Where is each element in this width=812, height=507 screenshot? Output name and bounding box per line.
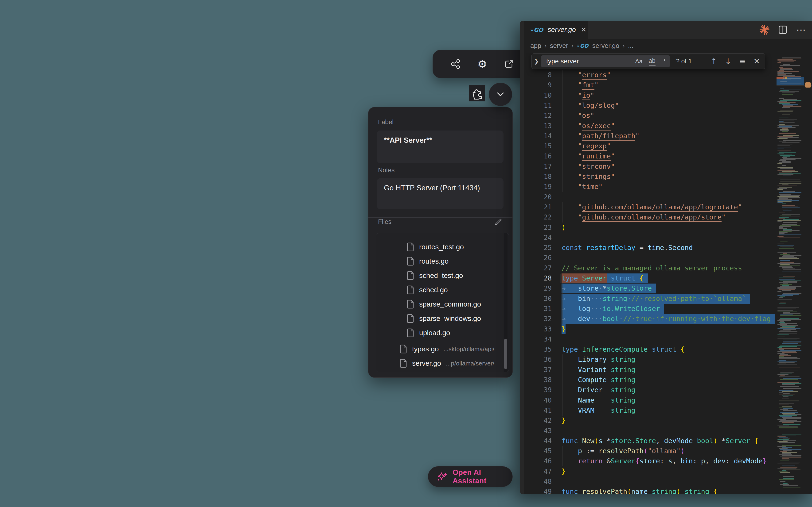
node-details-panel: Label **API Server** Notes Go HTTP Serve…	[368, 107, 513, 378]
open-external-button[interactable]	[503, 58, 515, 70]
file-item-upload-go[interactable]: upload.go	[406, 326, 450, 340]
minimap-line	[777, 419, 786, 420]
file-item-routes_test-go[interactable]: routes_test.go	[406, 240, 464, 254]
code-area[interactable]: ❯ type server Aa ab .* ? of 1 ↑ ↓ ≡ ✕	[524, 53, 812, 494]
code-line[interactable]: 9 "fmt"	[524, 80, 776, 91]
code-line[interactable]: 24	[524, 233, 776, 243]
code-line[interactable]: 37 Variant string	[524, 365, 776, 375]
code-line[interactable]: 38 Compute string	[524, 375, 776, 385]
find-in-selection-button[interactable]: ≡	[739, 57, 746, 66]
code-line[interactable]: 16 "runtime"	[524, 151, 776, 162]
line-number: 35	[524, 344, 552, 354]
ai-extension-button[interactable]	[759, 24, 770, 36]
edit-files-button[interactable]	[494, 218, 503, 226]
find-expand-chevron-icon[interactable]: ❯	[532, 58, 541, 64]
minimap-line	[780, 323, 797, 324]
files-scrollbar[interactable]	[504, 233, 507, 372]
code-line[interactable]: 25const restartDelay = time.Second	[524, 243, 776, 253]
label-field[interactable]: **API Server**	[377, 130, 504, 163]
code-line[interactable]: 28type Server struct {	[524, 273, 776, 284]
tab-server-go[interactable]: GO server.go ✕	[524, 21, 588, 39]
code-line[interactable]: 32→ dev···bool·//·true·if·running·with·t…	[524, 314, 776, 324]
code-line[interactable]: 36 Library string	[524, 354, 776, 365]
code-line[interactable]: 27// Server is a managed ollama server p…	[524, 263, 776, 274]
code-line[interactable]: 35type InferenceCompute struct {	[524, 344, 776, 355]
minimap-line	[780, 129, 789, 130]
svg-text:GO: GO	[534, 26, 544, 33]
code-line[interactable]: 41 VRAM string	[524, 405, 776, 416]
breadcrumb[interactable]: app›server›GOserver.go›...	[524, 39, 812, 53]
code-line[interactable]: 46 return &Server{store: s, bin: p, dev:…	[524, 456, 776, 466]
whole-word-toggle[interactable]: ab	[649, 57, 656, 65]
find-input[interactable]: type server Aa ab .*	[541, 55, 670, 67]
code-line[interactable]: 21 "github.com/ollama/ollama/app/logrota…	[524, 202, 776, 213]
breadcrumb-item[interactable]: server	[550, 42, 568, 50]
find-previous-button[interactable]: ↑	[711, 57, 717, 66]
code-line[interactable]: 48	[524, 476, 776, 487]
code-line[interactable]: 40 Name string	[524, 395, 776, 406]
code-line[interactable]: 31→ log···io.WriteCloser	[524, 304, 776, 314]
minimap[interactable]	[776, 53, 804, 494]
code-line[interactable]: 26	[524, 253, 776, 263]
label-field-header: Label	[378, 119, 394, 126]
find-close-button[interactable]: ✕	[754, 57, 760, 66]
extension-chip[interactable]	[469, 85, 485, 101]
minimap-line	[779, 234, 801, 235]
code-line[interactable]: 10 "io"	[524, 91, 776, 101]
code-content[interactable]: 8 "errors"9 "fmt"10 "io"11 "log/slog"12 …	[524, 53, 776, 494]
file-item-routes-go[interactable]: routes.go	[406, 254, 449, 268]
notes-field[interactable]: Go HTTP Server (Port 11434)	[377, 178, 504, 209]
code-line[interactable]: 13 "os/exec"	[524, 121, 776, 131]
minimap-line	[777, 398, 788, 398]
files-scrollbar-thumb[interactable]	[504, 339, 507, 369]
code-line[interactable]: 39 Driver string	[524, 385, 776, 395]
regex-toggle[interactable]: .*	[662, 58, 666, 65]
split-editor-button[interactable]	[777, 24, 789, 36]
code-line[interactable]: 14 "path/filepath"	[524, 131, 776, 141]
code-line[interactable]: 15 "regexp"	[524, 141, 776, 151]
code-line[interactable]: 43	[524, 426, 776, 436]
breadcrumb-item[interactable]: server.go	[592, 42, 619, 50]
file-item-sparse_windows-go[interactable]: sparse_windows.go	[406, 312, 481, 326]
code-line[interactable]: 49func resolvePath(name string) string {	[524, 487, 776, 494]
settings-button[interactable]: ⚙	[476, 58, 488, 70]
file-item-sched_test-go[interactable]: sched_test.go	[406, 269, 463, 283]
more-actions-button[interactable]: ⋯	[796, 24, 807, 36]
minimap-line	[777, 178, 788, 178]
minimap-line	[777, 73, 792, 74]
code-line[interactable]: 33}	[524, 324, 776, 334]
code-line[interactable]: 44func New(s *store.Store, devMode bool)…	[524, 436, 776, 446]
collapse-panel-button[interactable]	[489, 82, 512, 106]
minimap-line	[777, 299, 792, 300]
code-line[interactable]: 12 "os"	[524, 111, 776, 121]
breadcrumb-item[interactable]: app	[530, 42, 541, 50]
code-line[interactable]: 23)	[524, 223, 776, 233]
file-item-server-go[interactable]: server.go...p/ollama/server/	[399, 356, 494, 371]
minimap-line	[780, 68, 792, 69]
code-line[interactable]: 11 "log/slog"	[524, 101, 776, 111]
breadcrumb-item[interactable]: ...	[628, 42, 633, 50]
code-line[interactable]: 42}	[524, 415, 776, 426]
overview-ruler[interactable]	[804, 53, 812, 494]
code-line[interactable]: 29→ store·*store.Store	[524, 283, 776, 294]
code-line[interactable]: 19 "time"	[524, 182, 776, 192]
file-item-sparse_common-go[interactable]: sparse_common.go	[406, 297, 481, 311]
match-case-toggle[interactable]: Aa	[635, 58, 643, 65]
file-item-sched-go[interactable]: sched.go	[406, 283, 448, 297]
code-line[interactable]: 20	[524, 192, 776, 202]
code-line[interactable]: 45 p := resolvePath("ollama")	[524, 446, 776, 456]
code-line[interactable]: 18 "strings"	[524, 172, 776, 182]
files-list[interactable]: server.go...p/ollama/server/types.go...s…	[376, 233, 509, 372]
code-line[interactable]: 8 "errors"	[524, 70, 776, 80]
minimap-line	[782, 104, 798, 105]
open-ai-assistant-button[interactable]: Open AI Assistant	[428, 466, 513, 487]
file-item-types-go[interactable]: types.go...sktop/ollama/api/	[399, 342, 494, 356]
find-next-button[interactable]: ↓	[725, 57, 731, 66]
code-line[interactable]: 47}	[524, 466, 776, 477]
code-line[interactable]: 22 "github.com/ollama/ollama/app/store"	[524, 212, 776, 223]
code-line[interactable]: 17 "strconv"	[524, 162, 776, 172]
tab-close-icon[interactable]: ✕	[581, 26, 587, 34]
code-line[interactable]: 30→ bin···string·//·resolved·path·to·`ol…	[524, 294, 776, 304]
share-button[interactable]	[450, 58, 462, 70]
code-line[interactable]: 34	[524, 334, 776, 345]
